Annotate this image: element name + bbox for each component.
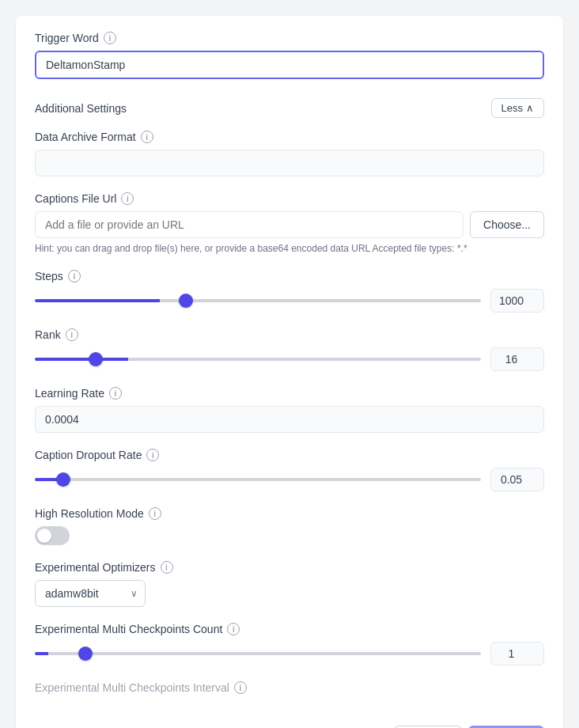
rank-slider-row [35,347,544,371]
high-resolution-mode-info-icon[interactable]: i [149,507,161,520]
learning-rate-input[interactable] [35,406,544,433]
steps-slider-row [35,289,544,313]
experimental-multi-checkpoints-count-value-input[interactable] [490,642,544,665]
rank-group: Rank i [35,328,544,371]
learning-rate-group: Learning Rate i [35,387,544,433]
data-archive-format-info-icon[interactable]: i [141,131,153,143]
experimental-multi-checkpoints-interval-group: Experimental Multi Checkpoints Interval … [35,681,544,694]
rank-info-icon[interactable]: i [66,328,78,341]
rank-label: Rank i [35,328,544,341]
caption-dropout-rate-label: Caption Dropout Rate i [35,449,544,461]
experimental-multi-checkpoints-interval-info-icon[interactable]: i [234,681,247,694]
captions-file-text-input[interactable] [35,211,464,238]
experimental-multi-checkpoints-count-slider-wrapper [35,646,481,662]
caption-dropout-rate-info-icon[interactable]: i [146,449,159,461]
experimental-multi-checkpoints-count-label-text: Experimental Multi Checkpoints Count [35,623,222,635]
trigger-word-label-text: Trigger Word [35,32,99,44]
caption-dropout-rate-label-text: Caption Dropout Rate [35,449,142,461]
captions-file-url-label: Captions File Url i [35,192,544,205]
caption-dropout-rate-slider-wrapper [35,472,481,487]
steps-slider[interactable] [35,299,481,302]
experimental-optimizers-select-wrapper: adamw8bit adamw lion adagrad sgd ∨ [35,580,146,607]
rank-slider-wrapper [35,351,481,367]
caption-dropout-rate-slider[interactable] [35,478,481,481]
captions-hint-text: Hint: you can drag and drop file(s) here… [35,243,544,254]
steps-value-input[interactable] [490,289,544,313]
trigger-word-group: Trigger Word i [35,32,544,79]
settings-form: Trigger Word i Additional Settings Less … [16,16,563,728]
captions-file-input-row: Choose... [35,211,544,238]
experimental-multi-checkpoints-count-slider[interactable] [35,652,481,655]
steps-label: Steps i [35,270,544,282]
experimental-multi-checkpoints-count-info-icon[interactable]: i [227,623,240,635]
data-archive-format-label-text: Data Archive Format [35,131,136,143]
high-resolution-mode-label: High Resolution Mode i [35,507,544,520]
toggle-slider-track [35,526,70,545]
steps-info-icon[interactable]: i [68,270,81,282]
additional-settings-label: Additional Settings [35,102,127,115]
steps-group: Steps i [35,270,544,313]
trigger-word-input[interactable] [35,51,544,79]
experimental-multi-checkpoints-count-slider-row [35,642,544,665]
less-button[interactable]: Less ∧ [491,98,544,118]
experimental-optimizers-select[interactable]: adamw8bit adamw lion adagrad sgd [35,580,146,607]
caption-dropout-rate-group: Caption Dropout Rate i [35,449,544,491]
caption-dropout-rate-slider-row [35,468,544,491]
caption-dropout-rate-value-input[interactable] [490,468,544,491]
less-btn-label: Less [501,102,523,114]
experimental-multi-checkpoints-count-group: Experimental Multi Checkpoints Count i [35,623,544,665]
trigger-word-info-icon[interactable]: i [104,32,116,44]
steps-label-text: Steps [35,270,63,282]
rank-value-input[interactable] [490,347,544,371]
learning-rate-label: Learning Rate i [35,387,544,400]
data-archive-format-group: Data Archive Format i [35,131,544,176]
captions-file-url-label-text: Captions File Url [35,192,116,205]
rank-slider[interactable] [35,358,481,361]
experimental-optimizers-label-text: Experimental Optimizers [35,561,156,574]
trigger-word-label: Trigger Word i [35,32,544,44]
rank-label-text: Rank [35,328,61,341]
experimental-optimizers-info-icon[interactable]: i [161,561,173,574]
high-resolution-mode-toggle-container [35,526,544,545]
high-resolution-mode-group: High Resolution Mode i [35,507,544,545]
additional-settings-header: Additional Settings Less ∧ [35,95,544,118]
experimental-multi-checkpoints-count-label: Experimental Multi Checkpoints Count i [35,623,544,635]
captions-file-url-info-icon[interactable]: i [121,192,134,205]
captions-file-url-group: Captions File Url i Choose... Hint: you … [35,192,544,254]
experimental-multi-checkpoints-interval-label-text: Experimental Multi Checkpoints Interval [35,681,229,694]
data-archive-format-label: Data Archive Format i [35,131,544,143]
high-resolution-mode-label-text: High Resolution Mode [35,507,144,520]
experimental-optimizers-label: Experimental Optimizers i [35,561,544,574]
data-archive-format-input[interactable] [35,150,544,176]
steps-slider-wrapper [35,293,481,309]
learning-rate-info-icon[interactable]: i [109,387,122,400]
footer-row: Reset Start ⌨ [35,713,544,728]
chevron-up-icon: ∧ [526,102,534,114]
experimental-multi-checkpoints-interval-label: Experimental Multi Checkpoints Interval … [35,681,544,694]
choose-file-button[interactable]: Choose... [470,211,544,238]
high-resolution-mode-toggle[interactable] [35,526,70,545]
learning-rate-label-text: Learning Rate [35,387,104,400]
experimental-optimizers-group: Experimental Optimizers i adamw8bit adam… [35,561,544,607]
